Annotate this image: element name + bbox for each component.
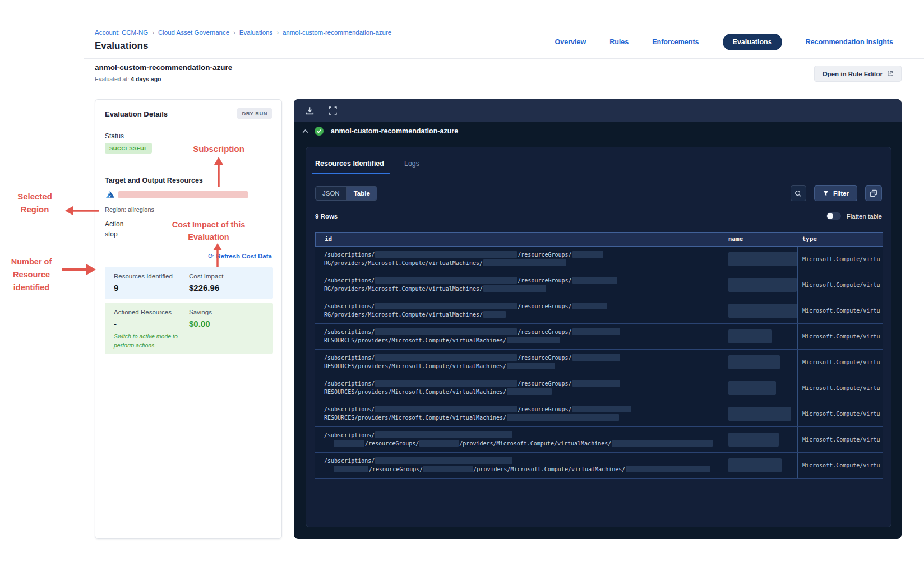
redacted-name bbox=[728, 304, 797, 318]
viewer-toolbar bbox=[294, 99, 902, 122]
viewer-tabs: Resources Identified Logs bbox=[315, 156, 882, 174]
type-cell: Microsoft.Compute/virtu bbox=[797, 324, 883, 349]
tab-rules[interactable]: Rules bbox=[609, 38, 629, 46]
id-cell: /subscriptions//resourceGroups/RG/provid… bbox=[315, 247, 720, 272]
type-cell: Microsoft.Compute/virtu bbox=[797, 350, 883, 375]
column-header-name: name bbox=[720, 233, 797, 246]
annotation-cost-impact-line2: Evaluation bbox=[188, 233, 229, 242]
active-mode-note: Switch to active mode to perform actions bbox=[114, 332, 178, 350]
fullscreen-icon[interactable] bbox=[328, 106, 338, 115]
resources-inner-panel: Resources Identified Logs JSON Table Fil… bbox=[306, 147, 891, 527]
open-rule-editor-button[interactable]: Open in Rule Editor bbox=[814, 66, 902, 82]
resources-table-wrapper: idnametype /subscriptions//resourceGroup… bbox=[315, 232, 883, 479]
annotation-selected-region: Selected Region bbox=[4, 190, 65, 216]
search-button[interactable] bbox=[791, 185, 806, 201]
azure-icon bbox=[105, 189, 116, 199]
breadcrumb-evaluations[interactable]: Evaluations bbox=[239, 29, 272, 36]
tab-recommendation-insights[interactable]: Recommendation Insights bbox=[806, 38, 893, 46]
tab-overview[interactable]: Overview bbox=[555, 38, 586, 46]
redacted-value bbox=[507, 414, 619, 421]
breadcrumb-separator: › bbox=[152, 29, 154, 36]
redacted-value bbox=[612, 440, 713, 447]
redacted-value bbox=[375, 380, 517, 387]
annotation-resource-count: Number of Resource identified bbox=[0, 256, 63, 294]
redacted-value bbox=[375, 328, 517, 335]
view-toggle-table[interactable]: Table bbox=[346, 187, 377, 200]
redacted-name bbox=[728, 433, 779, 447]
evaluation-result-header: anmol-custom-recommendation-azure bbox=[302, 127, 458, 136]
region-label: Region: bbox=[105, 206, 126, 213]
redacted-value bbox=[334, 440, 364, 447]
breadcrumb: Account: CCM-NG›Cloud Asset Governance›E… bbox=[95, 29, 391, 36]
tab-logs[interactable]: Logs bbox=[404, 160, 419, 174]
redacted-name bbox=[728, 407, 791, 421]
region-value: allregions bbox=[128, 206, 154, 213]
redacted-value bbox=[507, 388, 552, 395]
annotation-subscription: Subscription bbox=[174, 144, 264, 154]
id-cell: /subscriptions//resourceGroups//provider… bbox=[315, 453, 720, 478]
rows-count: 9 Rows bbox=[315, 213, 338, 220]
breadcrumb-account[interactable]: Account: CCM-NG bbox=[95, 29, 148, 36]
card-divider bbox=[105, 165, 273, 165]
name-cell bbox=[720, 427, 797, 452]
annotation-cost-impact-line1: Cost Impact of this bbox=[172, 220, 246, 229]
breadcrumb-separator: › bbox=[276, 29, 279, 36]
table-header: idnametype bbox=[315, 232, 883, 247]
collapse-chevron-icon[interactable] bbox=[302, 128, 309, 135]
annotation-arrow-cost-impact bbox=[212, 242, 223, 269]
subscription-redacted-bar bbox=[118, 191, 248, 198]
redacted-value bbox=[419, 440, 459, 447]
redacted-value bbox=[375, 303, 517, 309]
filter-button[interactable]: Filter bbox=[814, 185, 857, 201]
id-cell: /subscriptions//resourceGroups/RG/provid… bbox=[315, 272, 720, 298]
breadcrumb-separator: › bbox=[233, 29, 235, 36]
actioned-resources-value: - bbox=[114, 319, 117, 328]
tab-resources-identified[interactable]: Resources Identified bbox=[315, 160, 384, 174]
table-row: /subscriptions//resourceGroups/RG/provid… bbox=[315, 298, 883, 324]
table-row: /subscriptions//resourceGroups//provider… bbox=[315, 453, 883, 479]
name-cell bbox=[720, 298, 797, 323]
annotation-selected-region-line1: Selected bbox=[17, 192, 52, 201]
name-cell bbox=[720, 324, 797, 349]
annotation-arrow-resource-count bbox=[58, 262, 98, 277]
annotation-cost-impact: Cost Impact of this Evaluation bbox=[155, 219, 262, 243]
breadcrumb-governance[interactable]: Cloud Asset Governance bbox=[158, 29, 229, 36]
flatten-table-toggle[interactable] bbox=[826, 212, 841, 220]
name-cell bbox=[720, 247, 797, 272]
view-toggle: JSON Table bbox=[315, 186, 377, 201]
evaluation-details-title: Evaluation Details bbox=[105, 110, 168, 118]
view-toggle-json[interactable]: JSON bbox=[316, 187, 346, 200]
column-header-id: id bbox=[316, 233, 720, 246]
status-label: Status bbox=[105, 132, 124, 140]
resources-identified-label: Resources Identified bbox=[114, 273, 173, 280]
region-line: Region: allregions bbox=[105, 206, 154, 213]
type-cell: Microsoft.Compute/virtu bbox=[797, 401, 883, 426]
viewer-evaluation-name: anmol-custom-recommendation-azure bbox=[331, 127, 458, 135]
annotation-resource-count-line1: Number of bbox=[11, 257, 52, 266]
dry-run-badge: DRY RUN bbox=[237, 108, 272, 119]
evaluated-at-label: Evaluated at: bbox=[95, 76, 129, 82]
actioned-savings-box: Actioned Resources - Savings $0.00 Switc… bbox=[105, 303, 273, 354]
resources-table: idnametype /subscriptions//resourceGroup… bbox=[315, 232, 883, 479]
flatten-table-label: Flatten table bbox=[847, 213, 882, 220]
redacted-value bbox=[375, 277, 517, 284]
breadcrumb-current[interactable]: anmol-custom-recommendation-azure bbox=[283, 29, 391, 36]
annotation-resource-count-line3: identified bbox=[13, 283, 49, 292]
redacted-value bbox=[375, 457, 512, 464]
cost-impact-label: Cost Impact bbox=[189, 273, 223, 280]
redacted-value bbox=[507, 337, 560, 343]
evaluation-name: anmol-custom-recommendation-azure bbox=[95, 63, 232, 72]
redacted-name bbox=[728, 458, 782, 472]
copy-button[interactable] bbox=[865, 185, 882, 201]
download-icon[interactable] bbox=[305, 106, 315, 115]
evaluated-at-value: 4 days ago bbox=[131, 76, 161, 82]
redacted-value bbox=[483, 259, 566, 266]
tab-enforcements[interactable]: Enforcements bbox=[652, 38, 699, 46]
tab-evaluations[interactable]: Evaluations bbox=[723, 34, 782, 50]
redacted-value bbox=[572, 354, 620, 361]
type-cell: Microsoft.Compute/virtu bbox=[797, 247, 883, 272]
copy-icon bbox=[870, 189, 877, 197]
annotation-resource-count-line2: Resource bbox=[13, 270, 50, 279]
table-row: /subscriptions//resourceGroups/RESOURCES… bbox=[315, 401, 883, 427]
redacted-value bbox=[572, 328, 620, 335]
